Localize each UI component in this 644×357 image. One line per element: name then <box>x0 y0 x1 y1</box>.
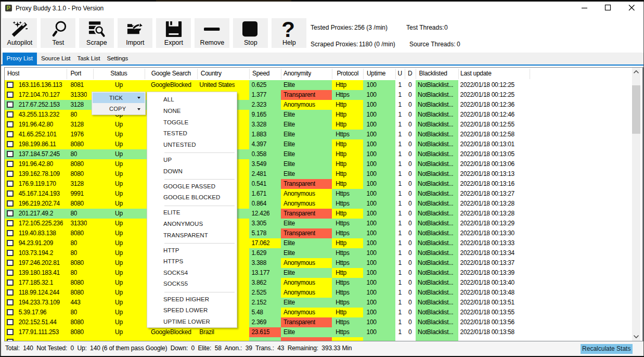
svg-text:?: ? <box>281 20 295 37</box>
